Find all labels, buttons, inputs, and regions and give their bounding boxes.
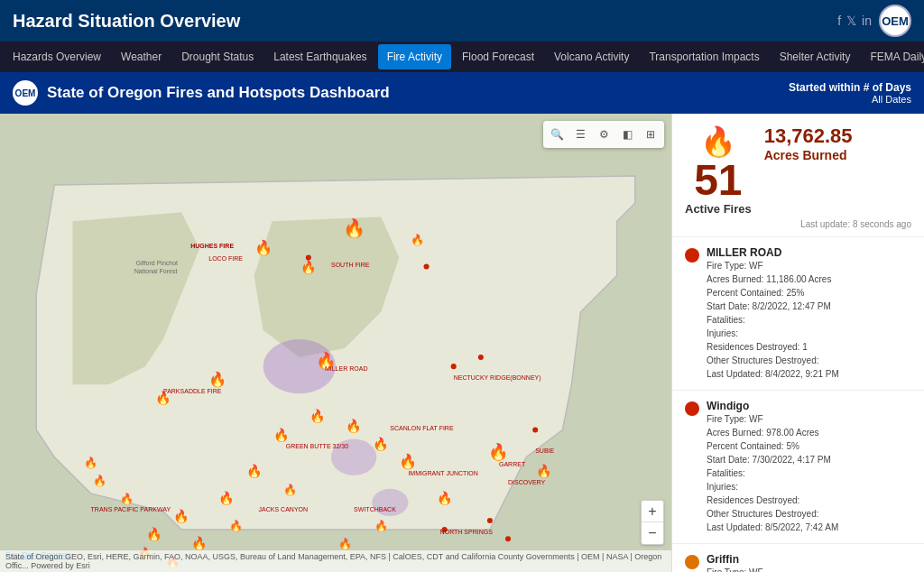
search-button[interactable]: 🔍 — [547, 125, 567, 144]
svg-text:🔥: 🔥 — [536, 463, 552, 479]
stats-top: 🔥 51 Active Fires 13,762.85 Acres Burned — [685, 125, 911, 216]
svg-text:HUGHES FIRE: HUGHES FIRE — [190, 243, 234, 249]
fire-info: WindigoFire Type: WF Acres Burned: 978.0… — [707, 400, 911, 534]
acres-block: 13,762.85 Acres Burned — [764, 125, 853, 162]
svg-text:TRANS PACIFIC PARKWAY: TRANS PACIFIC PARKWAY — [91, 506, 171, 512]
fire-details: Fire Type: WF Acres Burned: 11,186.00 Ac… — [707, 259, 911, 381]
fire-details: Fire Type: WF Acres Burned: 978.00 Acres… — [707, 412, 911, 534]
svg-text:GREEN BUTTE 32/30: GREEN BUTTE 32/30 — [286, 443, 348, 449]
fire-item[interactable]: GriffinFire Type: WF Acres Burned: 450.0… — [672, 544, 924, 572]
nav-tab-fema-daily-operations-briefing[interactable]: FEMA Daily Operations Briefing — [861, 44, 924, 69]
list-button[interactable]: ☰ — [570, 125, 590, 144]
fire-info: GriffinFire Type: WF Acres Burned: 450.0… — [707, 553, 911, 572]
svg-text:🔥: 🔥 — [338, 537, 353, 550]
nav-tab-flood-forecast[interactable]: Flood Forecast — [453, 44, 543, 69]
stats-panel: 🔥 51 Active Fires 13,762.85 Acres Burned… — [672, 114, 924, 237]
svg-text:🔥: 🔥 — [373, 436, 389, 452]
map-container[interactable]: 🔥 🔥 🔥 🔥 🔥 🔥 🔥 🔥 🔥 🔥 🔥 🔥 🔥 🔥 🔥 🔥 🔥 🔥 🔥 🔥 … — [0, 114, 671, 572]
date-label: Started within # of Days — [789, 81, 911, 94]
svg-text:IMMIGRANT JUNCTION: IMMIGRANT JUNCTION — [408, 470, 477, 476]
sidebar: 🔥 51 Active Fires 13,762.85 Acres Burned… — [671, 114, 924, 572]
nav-tab-hazards-overview[interactable]: Hazards Overview — [4, 44, 110, 69]
active-fires-block: 🔥 51 Active Fires — [685, 125, 752, 216]
svg-text:🔥: 🔥 — [84, 456, 98, 469]
fire-item[interactable]: MILLER ROADFire Type: WF Acres Burned: 1… — [672, 237, 924, 391]
nav-tab-drought-status[interactable]: Drought Status — [172, 44, 263, 69]
svg-text:🔥: 🔥 — [411, 233, 425, 246]
svg-text:🔥: 🔥 — [254, 239, 273, 256]
svg-text:🔥: 🔥 — [374, 519, 389, 532]
svg-text:🔥: 🔥 — [246, 463, 263, 479]
svg-text:🔥: 🔥 — [300, 259, 317, 275]
header-right: f 𝕏 in OEM — [837, 5, 911, 37]
svg-text:PARKSADDLE FIRE: PARKSADDLE FIRE — [163, 388, 222, 394]
fire-item[interactable]: WindigoFire Type: WF Acres Burned: 978.0… — [672, 391, 924, 544]
svg-text:🔥: 🔥 — [146, 526, 162, 542]
fire-name: MILLER ROAD — [707, 246, 911, 259]
svg-text:🔥: 🔥 — [273, 427, 290, 443]
svg-point-35 — [478, 355, 484, 360]
last-update: Last update: 8 seconds ago — [685, 219, 911, 229]
svg-text:NORTH SPRINGS: NORTH SPRINGS — [440, 529, 494, 535]
nav-tab-latest-earthquakes[interactable]: Latest Earthquakes — [264, 44, 375, 69]
nav-tab-volcano-activity[interactable]: Volcano Activity — [545, 44, 638, 69]
dashboard-date: Started within # of Days All Dates — [789, 81, 911, 105]
svg-text:DISCOVERY: DISCOVERY — [508, 479, 546, 485]
fire-info: MILLER ROADFire Type: WF Acres Burned: 1… — [707, 246, 911, 381]
fire-status-dot — [685, 555, 699, 569]
active-fires-label: Active Fires — [685, 202, 752, 216]
svg-text:🔥: 🔥 — [310, 408, 326, 424]
nav-tab-fire-activity[interactable]: Fire Activity — [378, 44, 451, 69]
zoom-controls: + − — [641, 500, 664, 545]
svg-text:🔥: 🔥 — [208, 371, 227, 388]
svg-text:Gifford Pinchot: Gifford Pinchot — [136, 260, 178, 266]
map-toolbar: 🔍 ☰ ⚙ ◧ ⊞ — [543, 121, 664, 148]
dashboard-title: State of Oregon Fires and Hotspots Dashb… — [47, 84, 390, 102]
main-content: 🔥 🔥 🔥 🔥 🔥 🔥 🔥 🔥 🔥 🔥 🔥 🔥 🔥 🔥 🔥 🔥 🔥 🔥 🔥 🔥 … — [0, 114, 924, 572]
svg-text:LOCO FIRE: LOCO FIRE — [208, 255, 243, 262]
fire-icon-large: 🔥 — [700, 125, 736, 159]
twitter-icon[interactable]: 𝕏 — [846, 14, 856, 28]
nav-tab-weather[interactable]: Weather — [112, 44, 171, 69]
linkedin-icon[interactable]: in — [862, 14, 872, 28]
settings-button[interactable]: ⚙ — [594, 125, 614, 144]
svg-text:SCANLON FLAT FIRE: SCANLON FLAT FIRE — [390, 425, 454, 431]
layers-button[interactable]: ◧ — [617, 125, 637, 144]
nav-bar: Hazards OverviewWeatherDrought StatusLat… — [0, 42, 924, 72]
svg-text:JACKS CANYON: JACKS CANYON — [259, 506, 309, 512]
zoom-out-button[interactable]: − — [642, 522, 663, 544]
fire-status-dot — [685, 401, 699, 416]
facebook-icon[interactable]: f — [837, 14, 841, 28]
svg-text:🔥: 🔥 — [399, 453, 418, 470]
oem-badge[interactable]: OEM — [879, 5, 911, 37]
page-title: Hazard Situation Overview — [13, 11, 240, 32]
fire-count: 51 — [694, 159, 742, 202]
svg-text:GARRET: GARRET — [499, 461, 526, 467]
fire-name: Griffin — [707, 553, 911, 566]
nav-tab-transportation-impacts[interactable]: Transportation Impacts — [640, 44, 768, 69]
svg-text:SWITCHBACK: SWITCHBACK — [354, 506, 396, 512]
svg-text:🔥: 🔥 — [173, 508, 189, 524]
fire-name: Windigo — [707, 400, 911, 412]
svg-text:National Forest: National Forest — [134, 268, 178, 274]
svg-text:🔥: 🔥 — [93, 474, 107, 487]
fire-list: MILLER ROADFire Type: WF Acres Burned: 1… — [672, 237, 924, 572]
svg-text:🔥: 🔥 — [346, 418, 362, 434]
map-svg: 🔥 🔥 🔥 🔥 🔥 🔥 🔥 🔥 🔥 🔥 🔥 🔥 🔥 🔥 🔥 🔥 🔥 🔥 🔥 🔥 … — [0, 114, 671, 572]
acres-number: 13,762.85 — [764, 125, 853, 148]
header-left: Hazard Situation Overview — [13, 11, 240, 32]
date-value: All Dates — [789, 94, 911, 105]
zoom-in-button[interactable]: + — [642, 501, 663, 522]
dashboard-logo: OEM — [13, 80, 38, 106]
fire-details: Fire Type: WF Acres Burned: 450.00 Acres… — [707, 566, 911, 572]
svg-point-33 — [306, 254, 311, 260]
svg-text:🔥: 🔥 — [120, 492, 134, 505]
dashboard-header: OEM State of Oregon Fires and Hotspots D… — [0, 72, 924, 114]
svg-text:🔥: 🔥 — [283, 483, 298, 496]
svg-text:🔥: 🔥 — [229, 519, 244, 532]
nav-tab-shelter-activity[interactable]: Shelter Activity — [771, 44, 860, 69]
svg-point-39 — [487, 518, 493, 523]
grid-button[interactable]: ⊞ — [641, 125, 661, 144]
social-icons: f 𝕏 in — [837, 14, 872, 28]
svg-point-37 — [532, 428, 538, 433]
